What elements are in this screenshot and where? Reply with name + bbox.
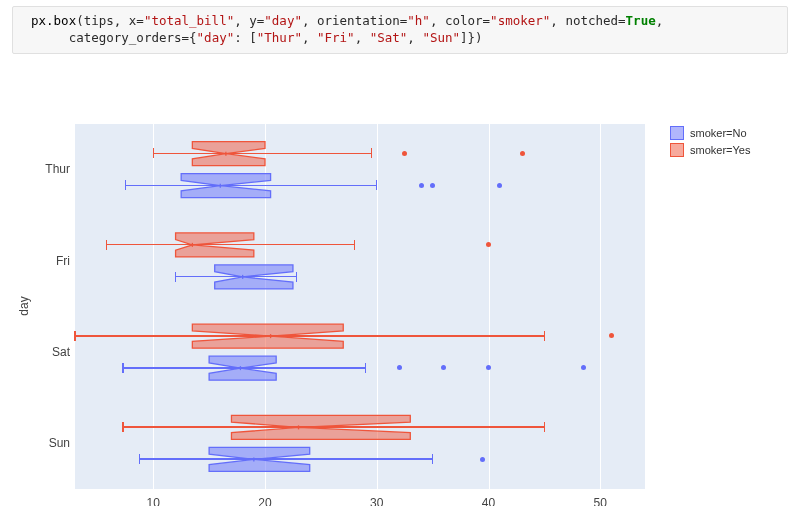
legend-item-yes[interactable]: smoker=Yes: [670, 143, 750, 157]
y-tick-label: Sun: [35, 436, 70, 450]
y-tick-label: Thur: [35, 162, 70, 176]
code-fn: px.box: [31, 13, 76, 28]
x-tick-label: 50: [585, 496, 615, 506]
box-plot[interactable]: total_bill 1020304050 day ThurFriSatSun …: [0, 54, 800, 506]
legend[interactable]: smoker=No smoker=Yes: [670, 126, 750, 160]
code-cell: px.box(tips, x="total_bill", y="day", or…: [12, 6, 788, 54]
y-tick-label: Fri: [35, 254, 70, 268]
box[interactable]: [75, 124, 645, 489]
legend-swatch-yes: [670, 143, 684, 157]
plot-area[interactable]: [75, 124, 645, 489]
legend-swatch-no: [670, 126, 684, 140]
y-axis-title: day: [16, 124, 32, 489]
x-tick-label: 20: [250, 496, 280, 506]
legend-label-no: smoker=No: [690, 127, 747, 139]
svg-marker-14: [209, 447, 310, 471]
x-tick-label: 10: [138, 496, 168, 506]
x-tick-label: 30: [362, 496, 392, 506]
legend-label-yes: smoker=Yes: [690, 144, 750, 156]
x-tick-label: 40: [474, 496, 504, 506]
legend-item-no[interactable]: smoker=No: [670, 126, 750, 140]
y-tick-label: Sat: [35, 345, 70, 359]
